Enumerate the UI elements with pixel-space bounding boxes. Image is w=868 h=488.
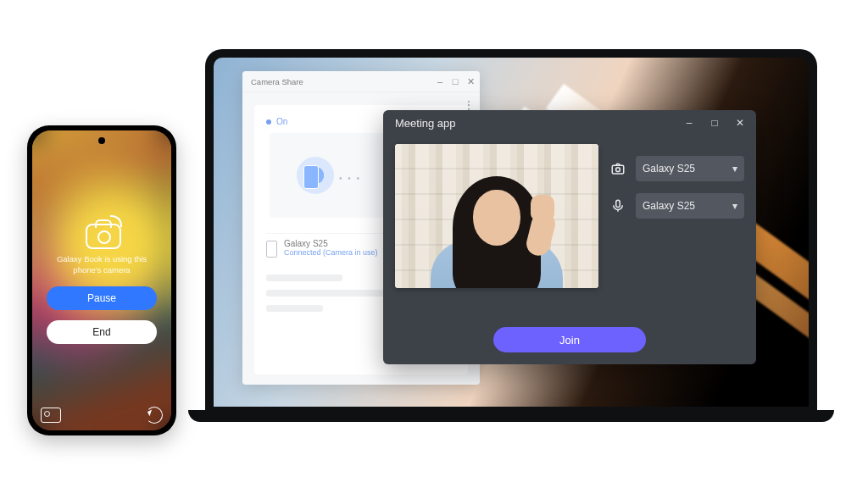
phone-illustration-icon bbox=[303, 165, 319, 189]
status-dot-icon bbox=[266, 119, 271, 125]
chevron-down-icon: ▾ bbox=[732, 163, 737, 175]
mic-select-value: Galaxy S25 bbox=[643, 200, 732, 212]
end-button[interactable]: End bbox=[47, 320, 157, 344]
placeholder-row bbox=[266, 274, 342, 281]
device-status: Connected (Camera in use) bbox=[284, 248, 378, 257]
camera-share-caption: Galaxy Book is using this phone's camera bbox=[47, 254, 156, 276]
chevron-down-icon: ▾ bbox=[732, 200, 737, 212]
gallery-icon[interactable] bbox=[41, 408, 61, 423]
meeting-app-title: Meeting app bbox=[395, 117, 676, 130]
connection-dots-icon: • • • bbox=[339, 174, 361, 183]
maximize-button[interactable]: □ bbox=[702, 111, 727, 135]
join-button[interactable]: Join bbox=[493, 327, 646, 352]
phone-outline-icon bbox=[266, 241, 277, 258]
minimize-button[interactable]: – bbox=[676, 111, 702, 135]
svg-rect-0 bbox=[612, 165, 624, 174]
maximize-button[interactable]: □ bbox=[451, 77, 459, 86]
pause-button[interactable]: Pause bbox=[47, 286, 157, 310]
laptop-screen: Camera Share – □ ✕ ⋮ On • • • bbox=[214, 58, 809, 407]
camera-share-icon bbox=[83, 217, 120, 247]
window-controls: – □ ✕ bbox=[676, 111, 753, 135]
svg-rect-2 bbox=[616, 200, 620, 207]
placeholder-row bbox=[266, 290, 384, 297]
camera-select-row: Galaxy S25 ▾ bbox=[610, 156, 744, 181]
phone-screen: Galaxy Book is using this phone's camera… bbox=[32, 130, 171, 430]
microphone-icon bbox=[610, 198, 627, 214]
window-controls: – □ ✕ bbox=[436, 77, 475, 86]
meeting-app-window: Meeting app – □ ✕ bbox=[383, 110, 756, 364]
end-button-label: End bbox=[92, 326, 110, 338]
minimize-button[interactable]: – bbox=[436, 77, 444, 86]
mic-select[interactable]: Galaxy S25 ▾ bbox=[636, 193, 744, 219]
camera-select-value: Galaxy S25 bbox=[643, 163, 732, 175]
svg-point-1 bbox=[616, 168, 620, 172]
camera-share-title: Camera Share bbox=[251, 77, 436, 86]
mic-select-row: Galaxy S25 ▾ bbox=[610, 193, 744, 219]
close-button[interactable]: ✕ bbox=[466, 77, 475, 86]
camera-share-titlebar[interactable]: Camera Share – □ ✕ bbox=[242, 71, 480, 92]
status-label: On bbox=[276, 117, 287, 126]
camera-icon bbox=[610, 161, 627, 176]
close-button[interactable]: ✕ bbox=[727, 111, 753, 135]
meeting-app-titlebar[interactable]: Meeting app – □ ✕ bbox=[383, 110, 756, 136]
placeholder-row bbox=[266, 305, 323, 312]
phone-frame: Galaxy Book is using this phone's camera… bbox=[27, 125, 176, 435]
join-button-label: Join bbox=[559, 334, 580, 347]
camera-select[interactable]: Galaxy S25 ▾ bbox=[636, 156, 744, 181]
switch-camera-icon[interactable] bbox=[146, 407, 163, 424]
video-preview bbox=[395, 144, 598, 288]
laptop-base bbox=[188, 410, 834, 422]
laptop-frame: Camera Share – □ ✕ ⋮ On • • • bbox=[205, 49, 817, 413]
device-name: Galaxy S25 bbox=[284, 239, 378, 248]
pause-button-label: Pause bbox=[87, 292, 116, 304]
